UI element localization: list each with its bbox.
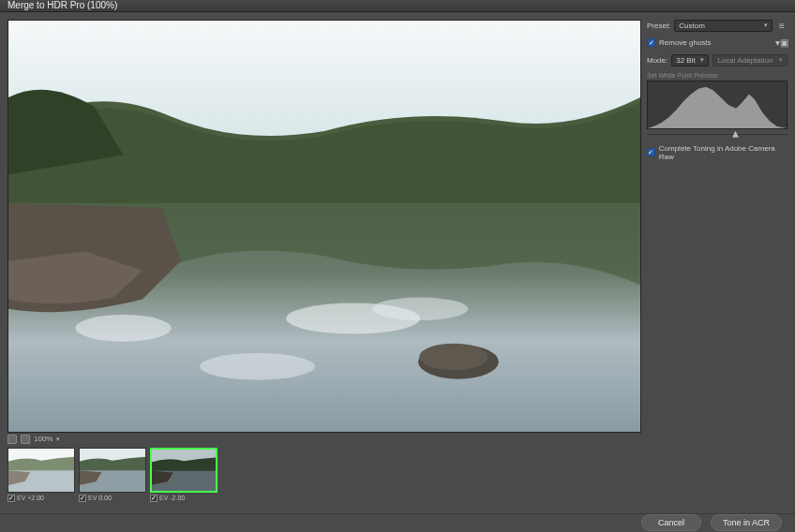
thumbnail-2[interactable]: EV -2.00: [150, 448, 218, 506]
left-pane: 100% ▾ EV +2.00 EV 0.00 EV -2.00: [8, 20, 641, 506]
histogram: [647, 81, 788, 129]
whitepoint-slider[interactable]: [647, 131, 788, 139]
thumbnail-0[interactable]: EV +2.00: [8, 448, 75, 506]
preview-area[interactable]: [8, 20, 641, 433]
complete-toning-checkbox[interactable]: [647, 148, 655, 156]
zoom-out-icon[interactable]: [8, 435, 17, 444]
remove-ghosts-label: Remove ghosts: [659, 38, 712, 47]
body: 100% ▾ EV +2.00 EV 0.00 EV -2.00: [0, 12, 795, 513]
thumbnail-1[interactable]: EV 0.00: [79, 448, 146, 506]
complete-toning-label: Complete Toning in Adobe Camera Raw: [659, 144, 788, 161]
thumb-2-checkbox[interactable]: [150, 495, 158, 502]
thumb-1-checkbox[interactable]: [79, 495, 86, 502]
right-pane: Preset: Custom ▾ ≡ Remove ghosts ▾▣ Mode…: [647, 20, 788, 506]
chevron-down-icon: ▾: [700, 56, 704, 64]
thumbnail-strip: EV +2.00 EV 0.00 EV -2.00: [8, 448, 641, 506]
svg-point-6: [200, 353, 315, 380]
adaptation-value: Local Adaptation: [717, 56, 772, 65]
preview-image: [8, 21, 640, 432]
svg-point-7: [372, 297, 468, 320]
preset-value: Custom: [679, 22, 705, 30]
zoom-in-icon[interactable]: [21, 435, 30, 444]
remove-ghosts-checkbox[interactable]: [647, 38, 655, 47]
preset-row: Preset: Custom ▾ ≡: [647, 20, 788, 32]
svg-point-4: [75, 315, 171, 342]
thumb-0-checkbox[interactable]: [8, 495, 15, 502]
title-text: Merge to HDR Pro (100%): [8, 0, 117, 10]
chevron-down-icon: ▾: [764, 22, 768, 29]
preset-menu-icon[interactable]: ≡: [776, 20, 788, 31]
chevron-down-icon[interactable]: ▾: [56, 436, 60, 443]
thumb-1-label: EV 0.00: [88, 495, 112, 501]
mode-dropdown[interactable]: 32 Bit ▾: [671, 54, 709, 66]
thumb-2-label: EV -2.00: [159, 495, 185, 501]
preset-label: Preset:: [647, 22, 670, 30]
ghost-menu-icon[interactable]: ▾▣: [776, 37, 788, 49]
preview-toolbar: 100% ▾: [8, 433, 641, 446]
tone-in-acr-button[interactable]: Tone in ACR: [711, 514, 782, 531]
titlebar[interactable]: Merge to HDR Pro (100%): [0, 0, 795, 12]
whitepoint-label: Set White Point Preview:: [647, 72, 788, 79]
remove-ghosts-row: Remove ghosts ▾▣: [647, 37, 788, 49]
footer: Cancel Tone in ACR: [0, 513, 795, 532]
svg-point-3: [419, 343, 488, 370]
chevron-down-icon: ▾: [779, 56, 783, 64]
zoom-level[interactable]: 100%: [34, 435, 52, 443]
mode-value: 32 Bit: [676, 56, 695, 65]
mode-row: Mode: 32 Bit ▾ Local Adaptation ▾: [647, 54, 788, 66]
cancel-button[interactable]: Cancel: [641, 514, 701, 531]
preset-dropdown[interactable]: Custom ▾: [674, 20, 772, 32]
histogram-section: Set White Point Preview:: [647, 72, 788, 139]
hdr-pro-dialog: Merge to HDR Pro (100%): [0, 0, 795, 532]
complete-toning-row: Complete Toning in Adobe Camera Raw: [647, 144, 788, 161]
thumb-0-label: EV +2.00: [17, 495, 44, 501]
adaptation-dropdown: Local Adaptation ▾: [712, 54, 788, 66]
mode-label: Mode:: [647, 56, 668, 65]
whitepoint-handle[interactable]: [732, 131, 739, 138]
